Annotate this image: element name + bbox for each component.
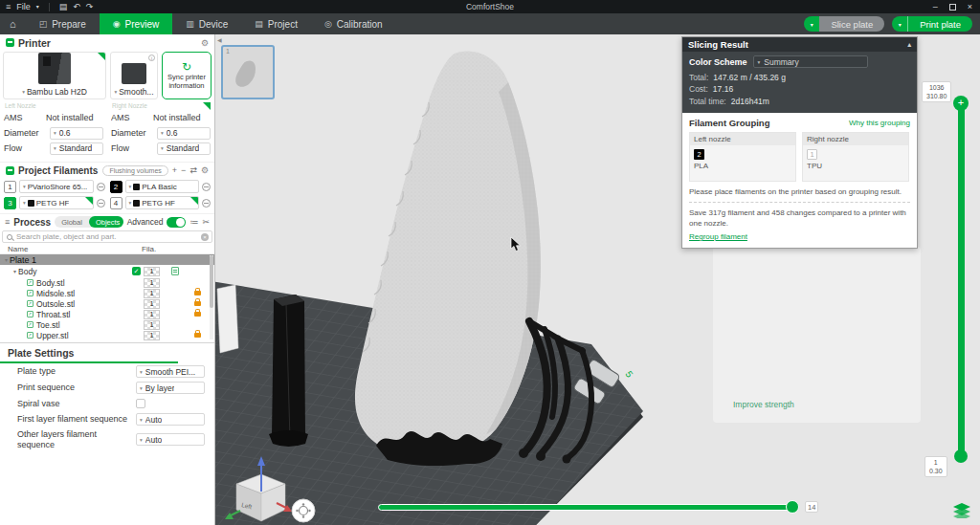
right-flow-select[interactable]: ▾Standard bbox=[157, 142, 211, 155]
print-sequence-select[interactable]: ▾By layer bbox=[136, 382, 205, 394]
clear-search-icon[interactable]: × bbox=[201, 233, 209, 241]
layer-slider-top-handle[interactable]: + bbox=[953, 96, 969, 111]
tree-row-plate[interactable]: ▾ Plate 1 bbox=[0, 254, 214, 265]
plate-settings-title: Plate Settings bbox=[0, 343, 214, 361]
layers-view-icon[interactable] bbox=[953, 503, 970, 518]
filament-3-select[interactable]: ▾PETG HF bbox=[19, 196, 94, 209]
prime-tower[interactable] bbox=[269, 295, 308, 447]
filament-4-color-chip[interactable]: 4 bbox=[110, 197, 122, 209]
part-filament-chip[interactable]: 1 bbox=[144, 278, 160, 288]
dashed-divider bbox=[689, 202, 910, 203]
tree-scrollbar[interactable] bbox=[210, 255, 213, 339]
tree-row-body[interactable]: ▾ Body ✓ 1 bbox=[0, 265, 214, 277]
sync-printer-button[interactable]: ↻ Sync printer information bbox=[162, 52, 212, 99]
home-icon[interactable]: ⌂ bbox=[0, 18, 26, 30]
step-slider-track[interactable] bbox=[378, 504, 797, 511]
collapse-panel-icon[interactable]: ▴ bbox=[907, 41, 911, 49]
close-button[interactable]: × bbox=[968, 3, 972, 11]
tab-prepare[interactable]: ◰ Prepare bbox=[26, 13, 100, 34]
chevron-down-icon[interactable]: ▾ bbox=[36, 4, 39, 10]
body-filament-chip[interactable]: 1 bbox=[144, 267, 160, 276]
build-plate-card[interactable]: ▾ Smooth... bbox=[110, 52, 158, 99]
tree-row-part[interactable]: Toe.stl 1 bbox=[0, 319, 214, 330]
redo-icon[interactable]: ↷ bbox=[86, 3, 94, 11]
collapse-thumbnails-icon[interactable]: ◀ bbox=[217, 36, 222, 43]
spiral-vase-checkbox[interactable] bbox=[136, 399, 145, 408]
left-diameter-select[interactable]: ▾0.6 bbox=[50, 127, 103, 140]
part-filament-chip[interactable]: 1 bbox=[144, 299, 160, 309]
save-project-icon[interactable]: ▤ bbox=[59, 3, 68, 11]
layer-slider-track[interactable] bbox=[958, 102, 965, 458]
tree-row-part[interactable]: Midsole.stl 1 bbox=[0, 288, 214, 298]
print-dropdown-icon[interactable]: ▾ bbox=[892, 16, 907, 32]
remove-filament-1-button[interactable] bbox=[97, 183, 105, 191]
shoe-model[interactable] bbox=[355, 52, 541, 458]
flushing-volumes-button[interactable]: Flushing volumes bbox=[102, 165, 167, 176]
tree-row-part[interactable]: Upper.stl 1 bbox=[0, 330, 214, 340]
remove-filament-2-button[interactable] bbox=[202, 183, 211, 191]
part-icon bbox=[27, 300, 33, 307]
filament-2-color-chip[interactable]: 2 bbox=[110, 181, 122, 193]
right-nozzle-tag: Right Nozzle bbox=[112, 102, 147, 109]
other-layers-sequence-select[interactable]: ▾Auto bbox=[136, 433, 205, 446]
remove-filament-icon[interactable]: − bbox=[181, 166, 186, 175]
filament-4-select[interactable]: ▾PETG HF bbox=[125, 196, 200, 209]
remove-filament-4-button[interactable] bbox=[202, 199, 211, 208]
plate-thumbnail[interactable]: 1 bbox=[221, 45, 275, 99]
slice-plate-button[interactable]: Slice plate bbox=[819, 16, 884, 32]
printer-settings-gear-icon[interactable]: ⚙ bbox=[201, 38, 209, 48]
plate-settings-orb-button[interactable] bbox=[292, 499, 315, 522]
tab-device[interactable]: ▥ Device bbox=[172, 13, 241, 34]
tree-row-part[interactable]: Outsole.stl 1 bbox=[0, 298, 214, 309]
undo-icon[interactable]: ↶ bbox=[73, 3, 80, 11]
plate-type-select[interactable]: ▾Smooth PEI... bbox=[136, 365, 205, 378]
filament-1-select[interactable]: ▾PVarioShore 65... bbox=[19, 180, 94, 193]
filament-settings-gear-icon[interactable]: ⚙ bbox=[201, 165, 209, 175]
object-search-input[interactable]: Search plate, object and part. × bbox=[2, 230, 212, 243]
filament-3-color-chip[interactable]: 3 bbox=[4, 197, 16, 209]
tab-preview[interactable]: ◉ Preview bbox=[100, 13, 172, 34]
left-nozzle-group: Left nozzle 2 PLA bbox=[689, 132, 796, 182]
object-tree: Name Fila. ▾ Plate 1 ▾ Body ✓ 1 Body.stl… bbox=[0, 244, 214, 340]
minimize-button[interactable]: – bbox=[933, 3, 938, 11]
swap-filament-icon[interactable]: ⇄ bbox=[189, 166, 197, 175]
tree-row-part[interactable]: Body.stl 1 bbox=[0, 277, 214, 288]
modified-settings-icon[interactable] bbox=[171, 267, 179, 275]
scope-objects[interactable]: Objects bbox=[89, 216, 123, 228]
customize-parameters-icon[interactable]: ✂ bbox=[202, 218, 210, 227]
first-layer-sequence-select[interactable]: ▾Auto bbox=[136, 413, 205, 426]
tree-row-part[interactable]: Throat.stl 1 bbox=[0, 309, 214, 319]
tab-calibration[interactable]: ◎ Calibration bbox=[311, 13, 396, 34]
remove-filament-3-button[interactable] bbox=[97, 199, 105, 208]
printer-model-card[interactable]: ▾ Bambu Lab H2D bbox=[3, 52, 106, 99]
tab-project[interactable]: ▤ Project bbox=[241, 13, 311, 34]
info-icon[interactable] bbox=[148, 55, 155, 61]
right-diameter-select[interactable]: ▾0.6 bbox=[157, 127, 211, 140]
filament-1-color-chip[interactable]: 1 bbox=[4, 181, 16, 193]
printer-model-name: Bambu Lab H2D bbox=[27, 87, 87, 97]
left-nozzle-filament-chip: 2 bbox=[694, 149, 704, 160]
step-slider-handle[interactable] bbox=[786, 500, 799, 514]
advanced-toggle[interactable] bbox=[167, 217, 186, 228]
part-filament-chip[interactable]: 1 bbox=[144, 310, 160, 319]
filament-2-select[interactable]: ▾PLA Basic bbox=[125, 180, 200, 193]
why-grouping-link[interactable]: Why this grouping bbox=[849, 119, 910, 127]
file-menu[interactable]: File bbox=[16, 2, 31, 11]
color-scheme-select[interactable]: ▾ Summary bbox=[753, 55, 868, 68]
part-filament-chip[interactable]: 1 bbox=[144, 289, 160, 298]
restore-button[interactable] bbox=[949, 4, 956, 11]
print-plate-button[interactable]: Print plate bbox=[907, 16, 972, 32]
add-filament-icon[interactable]: + bbox=[172, 166, 177, 175]
layer-slider-bottom-handle[interactable] bbox=[954, 449, 968, 463]
body-checkbox[interactable]: ✓ bbox=[132, 267, 141, 275]
collapse-arrow-icon[interactable]: ▾ bbox=[13, 268, 16, 274]
menu-icon[interactable]: ≡ bbox=[6, 3, 11, 11]
part-filament-chip[interactable]: 1 bbox=[144, 331, 160, 340]
regroup-filament-link[interactable]: Regroup filament bbox=[689, 232, 747, 241]
scope-global[interactable]: Global bbox=[55, 216, 89, 228]
slice-dropdown-icon[interactable]: ▾ bbox=[804, 16, 819, 32]
part-filament-chip[interactable]: 1 bbox=[144, 320, 160, 330]
parameter-list-icon[interactable]: ≔ bbox=[189, 218, 198, 227]
collapse-arrow-icon[interactable]: ▾ bbox=[5, 256, 8, 263]
left-flow-select[interactable]: ▾Standard bbox=[50, 142, 103, 155]
